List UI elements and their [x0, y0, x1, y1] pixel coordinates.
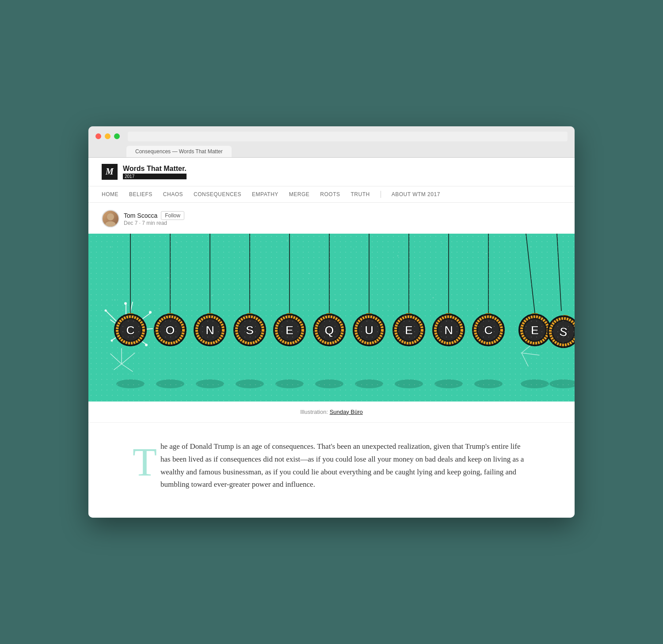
- svg-point-39: [149, 311, 152, 314]
- svg-point-17: [375, 266, 376, 267]
- caption-link[interactable]: Sunday Büro: [330, 409, 363, 415]
- nav-item-roots[interactable]: ROOTS: [320, 191, 340, 197]
- author-name: Tom Scocca: [124, 212, 157, 219]
- svg-text:N: N: [206, 323, 214, 337]
- svg-text:C: C: [484, 323, 493, 337]
- image-caption: Illustration: Sunday Büro: [88, 402, 575, 423]
- author-name-row: Tom Scocca Follow: [124, 211, 184, 220]
- browser-tab[interactable]: Consequences — Words That Matter: [126, 146, 232, 157]
- svg-point-12: [530, 246, 531, 247]
- svg-text:Q: Q: [324, 323, 334, 337]
- hero-svg: C O: [88, 234, 575, 402]
- drop-cap-letter: T: [133, 443, 157, 482]
- svg-point-30: [539, 301, 540, 303]
- address-bar[interactable]: [128, 132, 568, 141]
- caption-prefix: Illustration:: [300, 409, 329, 415]
- svg-point-133: [474, 379, 503, 388]
- svg-point-23: [159, 308, 160, 309]
- medium-m-letter: M: [106, 167, 114, 177]
- svg-text:E: E: [405, 323, 413, 337]
- author-meta: Dec 7 · 7 min read: [124, 220, 184, 226]
- svg-point-42: [111, 339, 113, 341]
- page-content: M Words That Matter. 2017 HOME BELIEFS C…: [88, 158, 575, 518]
- svg-text:O: O: [165, 323, 175, 337]
- svg-point-20: [508, 270, 509, 272]
- svg-point-24: [212, 295, 213, 296]
- svg-point-1: [105, 221, 116, 227]
- svg-text:U: U: [365, 323, 373, 337]
- browser-tabs: Consequences — Words That Matter: [126, 146, 568, 157]
- svg-point-7: [287, 239, 288, 241]
- svg-point-126: [196, 379, 224, 388]
- svg-point-16: [309, 273, 310, 274]
- nav-item-beliefs[interactable]: BELIEFS: [129, 191, 152, 197]
- browser-window: Consequences — Words That Matter M Words…: [88, 126, 575, 518]
- svg-point-132: [434, 379, 463, 388]
- nav-item-merge[interactable]: MERGE: [289, 191, 310, 197]
- maximize-button-dot[interactable]: [114, 133, 120, 139]
- hero-illustration: C O: [88, 234, 575, 402]
- site-navigation: HOME BELIEFS CHAOS CONSEQUENCES EMPATHY …: [88, 186, 575, 203]
- svg-text:N: N: [444, 323, 453, 337]
- svg-point-0: [107, 213, 114, 220]
- nav-item-home[interactable]: HOME: [102, 191, 118, 197]
- svg-point-40: [124, 302, 127, 305]
- svg-point-134: [521, 379, 549, 388]
- author-avatar: [102, 210, 119, 227]
- minimize-button-dot[interactable]: [105, 133, 110, 139]
- svg-point-131: [395, 379, 423, 388]
- browser-controls: [95, 132, 568, 141]
- author-info: Tom Scocca Follow Dec 7 · 7 min read: [124, 211, 184, 226]
- medium-logo[interactable]: M: [102, 164, 118, 180]
- site-title-text: Words That Matter.: [123, 164, 187, 173]
- site-title-year: 2017: [123, 174, 187, 179]
- article-body: The age of Donald Trump is an age of con…: [88, 423, 575, 518]
- nav-item-empathy[interactable]: EMPATHY: [252, 191, 278, 197]
- article-paragraph: The age of Donald Trump is an age of con…: [133, 440, 530, 492]
- svg-point-129: [315, 379, 343, 388]
- svg-point-9: [397, 255, 399, 256]
- svg-point-27: [389, 306, 389, 307]
- author-bar: Tom Scocca Follow Dec 7 · 7 min read: [88, 203, 575, 234]
- svg-text:E: E: [286, 323, 294, 337]
- nav-item-consequences[interactable]: CONSEQUENCES: [194, 191, 241, 197]
- svg-point-43: [145, 344, 148, 346]
- article-body-text: he age of Donald Trump is an age of cons…: [160, 442, 524, 489]
- svg-text:E: E: [531, 323, 539, 337]
- svg-point-5: [176, 242, 178, 243]
- nav-item-truth[interactable]: TRUTH: [351, 191, 370, 197]
- svg-text:C: C: [126, 323, 135, 337]
- nav-item-chaos[interactable]: CHAOS: [163, 191, 183, 197]
- svg-point-15: [221, 264, 221, 265]
- svg-point-19: [464, 262, 465, 263]
- svg-point-28: [433, 297, 434, 298]
- svg-point-14: [168, 277, 169, 278]
- svg-point-25: [278, 304, 279, 305]
- svg-point-127: [236, 379, 264, 388]
- svg-point-21: [552, 260, 553, 261]
- desktop-background: Consequences — Words That Matter M Words…: [0, 0, 663, 644]
- svg-point-26: [335, 299, 337, 300]
- svg-point-6: [243, 251, 244, 252]
- svg-point-22: [114, 299, 116, 300]
- svg-point-128: [275, 379, 304, 388]
- svg-point-18: [419, 275, 421, 276]
- svg-text:S: S: [246, 323, 254, 337]
- svg-point-124: [116, 379, 145, 388]
- site-header: M Words That Matter. 2017: [88, 158, 575, 186]
- svg-point-8: [353, 249, 354, 250]
- svg-point-130: [355, 379, 383, 388]
- svg-point-13: [123, 269, 124, 269]
- hero-image-container: C O: [88, 234, 575, 402]
- svg-point-10: [442, 243, 442, 244]
- close-button-dot[interactable]: [95, 133, 101, 139]
- svg-point-125: [156, 379, 184, 388]
- svg-point-3: [110, 246, 111, 247]
- svg-point-29: [477, 308, 478, 309]
- follow-button[interactable]: Follow: [161, 211, 184, 220]
- site-title: Words That Matter. 2017: [123, 164, 187, 179]
- nav-item-about[interactable]: ABOUT WTM 2017: [392, 191, 440, 197]
- svg-point-11: [486, 253, 487, 254]
- svg-point-4: [141, 258, 142, 258]
- browser-chrome: Consequences — Words That Matter: [88, 126, 575, 158]
